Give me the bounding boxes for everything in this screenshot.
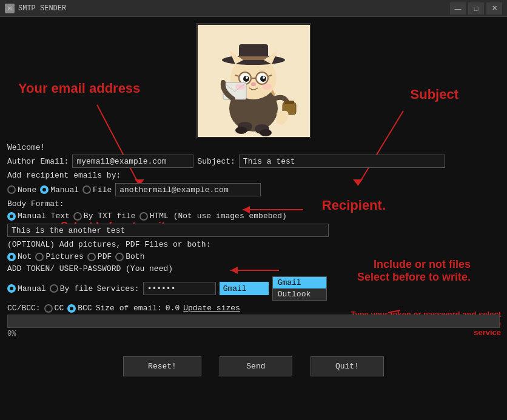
action-buttons: Reset! Send Quit! bbox=[7, 356, 500, 376]
close-button[interactable]: ✕ bbox=[486, 2, 502, 15]
title-bar: ✉ SMTP SENDER — □ ✕ bbox=[0, 0, 507, 17]
cc-label: CC bbox=[55, 304, 64, 313]
token-manual-option[interactable]: Manual bbox=[7, 284, 46, 293]
token-file-option[interactable]: By file bbox=[50, 284, 93, 293]
smtp-service-select[interactable]: Gmail Outlook bbox=[220, 282, 269, 295]
files-pdf-option[interactable]: PDF bbox=[87, 252, 112, 261]
app-title: SMTP SENDER bbox=[18, 4, 66, 13]
recipient-none-radio[interactable] bbox=[7, 185, 16, 194]
recipient-manual-option[interactable]: Manual bbox=[40, 185, 79, 195]
recipient-options-row: None Manual File bbox=[7, 183, 500, 196]
token-file-radio[interactable] bbox=[50, 284, 58, 293]
welcome-text: Welcome! bbox=[7, 143, 500, 152]
svg-point-30 bbox=[235, 84, 245, 90]
token-services-label: Services: bbox=[96, 284, 139, 293]
svg-point-18 bbox=[251, 82, 256, 86]
smtp-option-gmail[interactable]: Gmail bbox=[273, 277, 326, 288]
smtp-dropdown-popup-wrapper: Gmail Outlook bbox=[272, 276, 327, 301]
body-html-radio[interactable] bbox=[139, 212, 148, 221]
files-options-row: Not Pictures PDF Both bbox=[7, 252, 500, 261]
body-format-label: Body Format: bbox=[7, 199, 64, 208]
svg-point-31 bbox=[262, 84, 272, 90]
size-value: 0.0 bbox=[166, 304, 180, 313]
recipient-file-label: File bbox=[93, 185, 112, 195]
token-options-row: Manual By file Services: Gmail Outlook G… bbox=[7, 276, 500, 301]
quit-button[interactable]: Quit! bbox=[311, 356, 384, 376]
svg-point-28 bbox=[235, 127, 247, 134]
token-manual-label: Manual bbox=[18, 284, 46, 293]
body-html-option[interactable]: HTML (Not use images embebed) bbox=[139, 212, 287, 221]
ccbcc-row: CC/BCC: CC BCC Size of email: 0.0 Update… bbox=[7, 304, 500, 313]
recipient-file-radio[interactable] bbox=[82, 185, 91, 194]
subject-label: Subject: bbox=[197, 157, 235, 166]
progress-bar-container bbox=[7, 315, 500, 328]
hero-area bbox=[7, 23, 500, 138]
files-not-label: Not bbox=[18, 252, 32, 261]
bcc-option[interactable]: BCC bbox=[67, 304, 92, 313]
update-sizes-btn[interactable]: Update sizes bbox=[183, 304, 240, 313]
subject-input[interactable] bbox=[239, 155, 445, 168]
body-manual-option[interactable]: Manual Text bbox=[7, 212, 70, 221]
svg-rect-25 bbox=[284, 101, 294, 104]
body-txt-radio[interactable] bbox=[73, 212, 82, 221]
hero-image bbox=[196, 23, 311, 138]
app-body: Your email address Subject Recipient. Se… bbox=[0, 17, 507, 420]
maximize-button[interactable]: □ bbox=[468, 2, 484, 15]
body-text-input[interactable] bbox=[7, 224, 329, 237]
body-txt-option[interactable]: By TXT file bbox=[73, 212, 136, 221]
svg-point-11 bbox=[246, 76, 248, 79]
bcc-radio[interactable] bbox=[67, 304, 76, 313]
body-manual-label: Manual Text bbox=[18, 212, 70, 221]
files-not-option[interactable]: Not bbox=[7, 252, 32, 261]
recipient-manual-radio[interactable] bbox=[40, 185, 49, 194]
body-text-row bbox=[7, 224, 500, 237]
recipient-email-input[interactable] bbox=[115, 183, 261, 196]
cc-radio[interactable] bbox=[44, 304, 53, 313]
author-email-input[interactable] bbox=[72, 155, 193, 168]
token-manual-radio[interactable] bbox=[7, 284, 16, 293]
recipient-file-option[interactable]: File bbox=[82, 185, 112, 195]
author-label: Author Email: bbox=[7, 157, 69, 166]
smtp-option-outlook[interactable]: Outlook bbox=[273, 288, 326, 300]
files-pictures-label: Pictures bbox=[45, 252, 83, 261]
body-format-options-row: Manual Text By TXT file HTML (Not use im… bbox=[7, 212, 500, 221]
bcc-label: BCC bbox=[78, 304, 92, 313]
window-controls: — □ ✕ bbox=[450, 2, 502, 15]
recipient-label: Add recipient emails by: bbox=[7, 171, 121, 180]
token-label-row: ADD TOKEN/ USER-PASSWORD (You need) bbox=[7, 264, 500, 273]
token-section-label: ADD TOKEN/ USER-PASSWORD (You need) bbox=[7, 264, 173, 273]
body-html-label: HTML (Not use images embebed) bbox=[150, 212, 287, 221]
ccbcc-label: CC/BCC: bbox=[7, 304, 41, 313]
app-icon: ✉ bbox=[5, 4, 15, 13]
author-subject-row: Author Email: Subject: bbox=[7, 155, 500, 168]
files-label-row: (OPTIONAL) Add pictures, PDF Files or bo… bbox=[7, 240, 500, 249]
reset-button[interactable]: Reset! bbox=[123, 356, 201, 376]
recipient-label-row: Add recipient emails by: bbox=[7, 171, 500, 180]
title-bar-left: ✉ SMTP SENDER bbox=[5, 4, 66, 13]
files-both-radio[interactable] bbox=[115, 253, 124, 261]
svg-point-29 bbox=[260, 129, 272, 136]
hero-illustration bbox=[198, 25, 310, 137]
send-button[interactable]: Send bbox=[220, 356, 292, 376]
minimize-button[interactable]: — bbox=[450, 2, 466, 15]
progress-percent: 0% bbox=[7, 330, 16, 338]
size-label: Size of email: bbox=[96, 304, 162, 313]
recipient-none-label: None bbox=[18, 185, 36, 195]
recipient-none-option[interactable]: None bbox=[7, 185, 36, 195]
smtp-service-dropdown-container[interactable]: Gmail Outlook bbox=[220, 282, 269, 295]
body-manual-radio[interactable] bbox=[7, 212, 16, 221]
files-pictures-option[interactable]: Pictures bbox=[35, 252, 83, 261]
files-not-radio[interactable] bbox=[7, 253, 16, 261]
progress-label-row: 0% bbox=[7, 329, 500, 338]
files-optional-label: (OPTIONAL) Add pictures, PDF Files or bo… bbox=[7, 240, 210, 249]
token-password-input[interactable] bbox=[143, 282, 216, 295]
files-pdf-radio[interactable] bbox=[87, 253, 96, 261]
body-txt-label: By TXT file bbox=[84, 212, 136, 221]
files-pictures-radio[interactable] bbox=[35, 253, 44, 261]
files-both-option[interactable]: Both bbox=[115, 252, 144, 261]
body-format-label-row: Body Format: bbox=[7, 199, 500, 208]
smtp-dropdown-popup: Gmail Outlook bbox=[272, 276, 327, 301]
files-pdf-label: PDF bbox=[98, 252, 112, 261]
svg-rect-6 bbox=[239, 56, 268, 60]
cc-option[interactable]: CC bbox=[44, 304, 64, 313]
